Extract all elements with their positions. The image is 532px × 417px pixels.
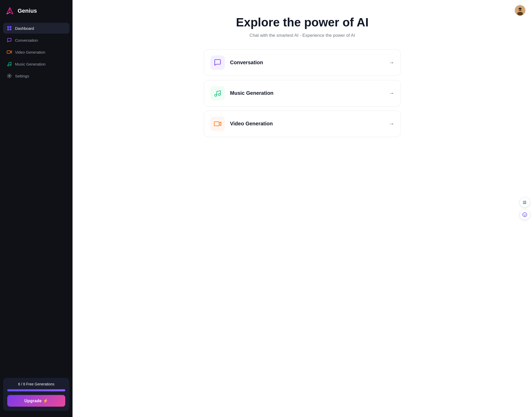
sidebar-item-label: Music Generation [15,62,46,66]
svg-point-16 [215,94,217,96]
user-avatar[interactable] [514,5,526,16]
feature-card-music[interactable]: Music Generation → [204,80,401,106]
page-center: Explore the power of AI Chat with the sm… [186,0,419,147]
page-title: Explore the power of AI [236,16,369,29]
settings-icon [7,73,12,78]
svg-rect-4 [10,26,11,28]
svg-point-9 [10,64,11,66]
free-generations-box: 6 / 6 Free Generations Upgrade ⚡ [3,378,69,411]
feature-card-arrow: → [389,90,394,96]
page-subtitle: Chat with the smartest AI - Experience t… [249,33,355,38]
svg-text:🔤: 🔤 [523,200,526,204]
svg-point-14 [519,9,520,10]
sidebar-item-music-generation[interactable]: Music Generation [3,59,69,69]
app-name: Genius [18,8,37,14]
free-gen-text: 6 / 6 Free Generations [7,382,65,386]
sidebar-bottom: 6 / 6 Free Generations Upgrade ⚡ [0,374,73,417]
svg-point-22 [525,214,526,215]
conversation-icon [7,38,12,43]
feature-card-label: Conversation [230,60,384,66]
feature-card-label: Video Generation [230,121,384,127]
sidebar-item-settings[interactable]: Settings [3,70,69,81]
svg-rect-6 [10,28,11,30]
feature-card-conversation[interactable]: Conversation → [204,49,401,76]
sidebar-item-label: Conversation [15,38,38,42]
svg-point-15 [521,9,521,10]
dashboard-icon [7,26,12,31]
sidebar-item-label: Video Generation [15,50,45,54]
floating-buttons: 🔤 [520,197,532,220]
video-icon [7,49,12,55]
svg-point-17 [218,94,220,96]
svg-rect-18 [214,122,219,126]
svg-point-20 [523,213,527,217]
sidebar-item-conversation[interactable]: Conversation [3,35,69,46]
music-icon [7,61,12,67]
sidebar-nav: Dashboard Conversation Video Generation [0,23,73,374]
progress-bar-fill [7,389,65,391]
sidebar: Genius Dashboard Conversation [0,0,73,417]
feature-card-arrow: → [389,121,394,127]
svg-point-21 [524,214,524,215]
main-content: Explore the power of AI Chat with the sm… [73,0,532,417]
sidebar-item-video-generation[interactable]: Video Generation [3,47,69,57]
svg-rect-7 [7,51,10,53]
sidebar-item-label: Dashboard [15,26,34,31]
sidebar-item-dashboard[interactable]: Dashboard [3,23,69,34]
sidebar-header: Genius [0,0,73,23]
feature-card-arrow: → [389,60,394,66]
upgrade-button[interactable]: Upgrade ⚡ [7,395,65,407]
logo-icon [5,6,15,16]
feature-icon-music [210,86,225,100]
sidebar-item-label: Settings [15,74,29,78]
svg-point-13 [517,12,523,16]
feature-card-label: Music Generation [230,90,384,96]
emoji-button[interactable] [520,210,530,220]
feature-icon-conversation [210,55,225,70]
translate-button[interactable]: 🔤 [520,197,530,207]
svg-rect-5 [7,28,9,30]
feature-card-video[interactable]: Video Generation → [204,111,401,137]
feature-cards: Conversation → Music Generation → [204,49,401,137]
svg-rect-3 [7,26,9,28]
progress-bar-background [7,389,65,391]
feature-icon-video [210,117,225,131]
svg-point-10 [9,75,10,77]
